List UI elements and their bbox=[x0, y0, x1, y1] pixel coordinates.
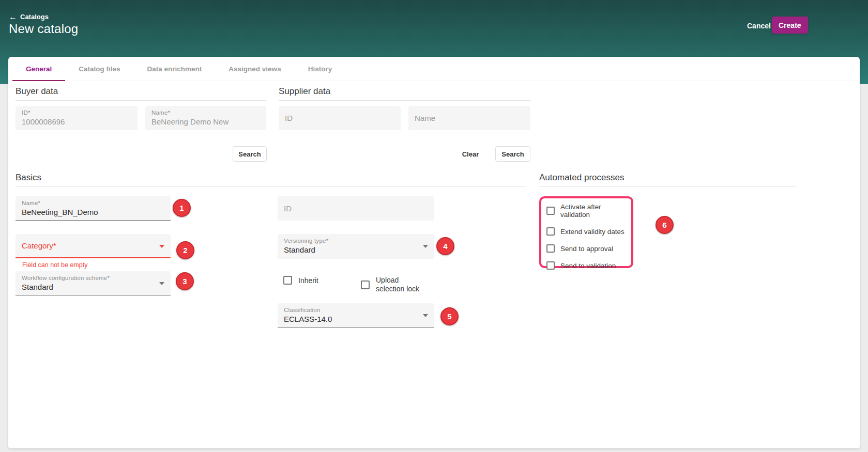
send-to-approval-label: Send to approval bbox=[560, 245, 613, 253]
basics-divider bbox=[16, 186, 526, 187]
upload-selection-lock-label: Upload selection lock bbox=[376, 276, 428, 293]
workflow-scheme-label: Workflow configuration scheme* bbox=[22, 275, 164, 281]
tab-assigned-views[interactable]: Assigned views bbox=[215, 57, 294, 81]
catalog-id-field: ID bbox=[278, 196, 434, 221]
upload-lock-checkbox-row: Upload selection lock bbox=[361, 276, 428, 293]
basics-heading: Basics bbox=[16, 173, 41, 183]
automated-option-row: Activate after validation bbox=[546, 203, 631, 219]
page-title: New catalog bbox=[9, 22, 78, 36]
automated-divider bbox=[539, 186, 796, 187]
catalog-name-value: BeNeeting_BN_Demo bbox=[22, 208, 164, 216]
create-button[interactable]: Create bbox=[772, 17, 808, 34]
annotation-badge-3: 3 bbox=[176, 272, 194, 290]
buyer-name-label: Name* bbox=[151, 110, 260, 116]
buyer-id-field: ID* 1000008696 bbox=[16, 106, 138, 130]
catalog-name-field[interactable]: Name* BeNeeting_BN_Demo bbox=[16, 196, 171, 221]
send-to-approval-checkbox[interactable] bbox=[546, 244, 555, 253]
classification-value: ECLASS-14.0 bbox=[284, 315, 428, 323]
annotation-badge-6: 6 bbox=[656, 216, 674, 234]
tab-general[interactable]: General bbox=[12, 57, 65, 81]
back-arrow-icon: ← bbox=[9, 13, 17, 20]
inherit-checkbox-row: Inherit bbox=[283, 276, 318, 285]
catalog-name-label: Name* bbox=[22, 200, 164, 206]
buyer-divider bbox=[16, 100, 266, 101]
activate-after-validation-checkbox[interactable] bbox=[546, 207, 555, 215]
extend-validity-dates-checkbox[interactable] bbox=[546, 227, 555, 236]
workflow-scheme-value: Standard bbox=[22, 283, 164, 291]
chevron-down-icon bbox=[159, 282, 164, 285]
workflow-scheme-select[interactable]: Workflow configuration scheme* Standard bbox=[16, 271, 171, 295]
tab-data-enrichment[interactable]: Data enrichment bbox=[134, 57, 216, 81]
buyer-id-value: 1000008696 bbox=[22, 117, 131, 126]
supplier-search-button[interactable]: Search bbox=[495, 146, 530, 162]
supplier-id-input[interactable]: ID bbox=[279, 106, 401, 130]
supplier-data-heading: Supplier data bbox=[279, 86, 330, 97]
upload-selection-lock-checkbox[interactable] bbox=[361, 280, 370, 289]
supplier-divider bbox=[279, 100, 530, 101]
automated-option-row: Send to validation bbox=[546, 261, 631, 270]
buyer-name-value: BeNeering Demo New bbox=[151, 117, 260, 126]
inherit-label: Inherit bbox=[298, 276, 318, 285]
catalog-id-placeholder: ID bbox=[284, 204, 292, 213]
buyer-search-button[interactable]: Search bbox=[233, 146, 267, 162]
supplier-name-placeholder: Name bbox=[415, 114, 435, 122]
tab-history[interactable]: History bbox=[295, 57, 346, 81]
supplier-name-input[interactable]: Name bbox=[408, 106, 530, 130]
tab-catalog-files[interactable]: Catalog files bbox=[65, 57, 133, 81]
category-select[interactable]: Category* bbox=[16, 234, 171, 258]
automated-processes-heading: Automated processes bbox=[539, 173, 624, 183]
chevron-down-icon bbox=[159, 245, 164, 248]
automated-option-row: Extend validity dates bbox=[546, 227, 631, 236]
annotation-badge-4: 4 bbox=[436, 237, 454, 255]
breadcrumb[interactable]: ← Catalogs bbox=[9, 13, 49, 21]
form-card: General Catalog files Data enrichment As… bbox=[8, 57, 860, 448]
supplier-id-placeholder: ID bbox=[285, 114, 293, 122]
annotation-badge-2: 2 bbox=[176, 241, 194, 259]
inherit-checkbox[interactable] bbox=[283, 276, 292, 285]
activate-after-validation-label: Activate after validation bbox=[560, 203, 631, 219]
breadcrumb-label: Catalogs bbox=[20, 13, 49, 21]
versioning-type-label: Versioning type* bbox=[284, 238, 428, 244]
annotation-badge-5: 5 bbox=[440, 307, 459, 325]
versioning-type-value: Standard bbox=[284, 245, 428, 254]
category-label: Category* bbox=[22, 241, 56, 250]
send-to-validation-checkbox[interactable] bbox=[546, 261, 555, 270]
automated-processes-highlight: Activate after validation Extend validit… bbox=[539, 196, 633, 268]
new-catalog-page: ← Catalogs New catalog Cancel Create Gen… bbox=[0, 0, 868, 452]
category-error-text: Field can not be empty bbox=[22, 261, 87, 269]
automated-option-row: Send to approval bbox=[546, 244, 631, 253]
extend-validity-dates-label: Extend validity dates bbox=[560, 228, 625, 236]
chevron-down-icon bbox=[423, 314, 428, 317]
buyer-data-heading: Buyer data bbox=[16, 86, 58, 97]
send-to-validation-label: Send to validation bbox=[560, 262, 616, 270]
tab-bar: General Catalog files Data enrichment As… bbox=[8, 57, 860, 81]
chevron-down-icon bbox=[423, 245, 428, 248]
versioning-type-select[interactable]: Versioning type* Standard bbox=[278, 234, 434, 258]
classification-select[interactable]: Classification ECLASS-14.0 bbox=[278, 303, 434, 328]
classification-label: Classification bbox=[284, 307, 428, 313]
annotation-badge-1: 1 bbox=[173, 199, 191, 217]
supplier-clear-button[interactable]: Clear bbox=[457, 146, 484, 162]
buyer-name-field: Name* BeNeering Demo New bbox=[145, 106, 266, 130]
buyer-id-label: ID* bbox=[22, 110, 131, 116]
